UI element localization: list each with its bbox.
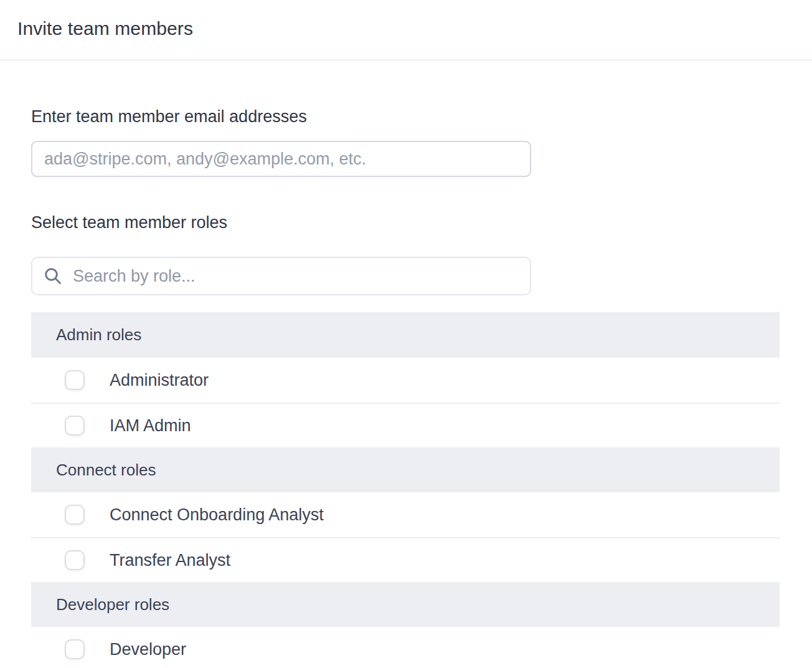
checkbox-administrator[interactable] [65,370,85,390]
roles-label: Select team member roles [31,212,780,233]
role-search-box[interactable] [31,257,531,295]
role-row-iam-admin[interactable]: IAM Admin [31,403,780,447]
group-header-developer-roles: Developer roles [31,582,780,627]
roles-list: Admin roles Administrator IAM Admin Conn… [31,312,780,668]
role-name: Transfer Analyst [110,551,230,570]
checkbox-developer[interactable] [65,639,85,659]
checkbox-transfer-analyst[interactable] [65,550,85,570]
page-title: Invite team members [17,16,795,41]
role-row-connect-onboarding-analyst[interactable]: Connect Onboarding Analyst [31,492,780,537]
group-header-label: Connect roles [56,460,156,480]
role-name: Developer [110,640,186,659]
dialog-header: Invite team members [0,0,812,60]
search-icon [44,267,62,285]
dialog-body: Enter team member email addresses Select… [0,106,812,668]
group-header-admin-roles: Admin roles [31,312,780,358]
role-row-developer[interactable]: Developer [31,627,780,668]
email-input[interactable] [31,141,531,177]
role-name: IAM Admin [110,416,191,436]
role-row-administrator[interactable]: Administrator [31,358,780,403]
role-name: Administrator [110,371,209,390]
group-header-label: Admin roles [56,325,141,345]
email-label: Enter team member email addresses [31,106,780,127]
group-header-label: Developer roles [56,595,169,614]
checkbox-connect-onboarding-analyst[interactable] [65,505,85,525]
role-name: Connect Onboarding Analyst [110,505,324,525]
role-search-input[interactable] [73,258,519,294]
group-header-connect-roles: Connect roles [31,447,780,492]
checkbox-iam-admin[interactable] [65,416,85,436]
role-row-transfer-analyst[interactable]: Transfer Analyst [31,537,780,582]
